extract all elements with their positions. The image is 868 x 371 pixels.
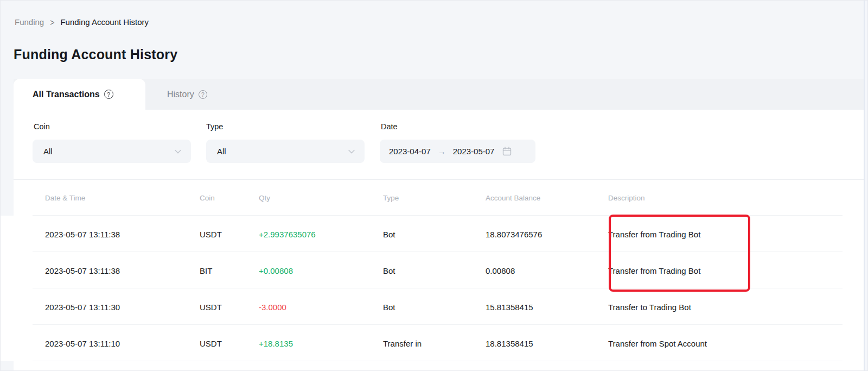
help-icon[interactable]: ? (199, 90, 207, 99)
cell-account-balance: 18.81358415 (486, 338, 533, 348)
coin-filter-select[interactable]: All (33, 140, 191, 163)
column-header-description: Description (608, 193, 645, 202)
cell-qty: -3.0000 (259, 302, 286, 311)
breadcrumb-chevron-icon: > (50, 17, 54, 27)
date-range-picker[interactable]: 2023-04-07 → 2023-05-07 (380, 140, 535, 163)
cell-description: Transfer from Trading Bot (608, 229, 700, 238)
column-header-balance: Account Balance (486, 193, 540, 202)
column-header-qty: Qty (259, 193, 270, 202)
coin-filter-value: All (43, 147, 53, 156)
cell-qty: +18.8135 (259, 338, 293, 348)
date-range-start: 2023-04-07 (389, 147, 431, 156)
tab-history[interactable]: History ? (167, 79, 207, 110)
table-row[interactable]: 2023-05-07 13:11:10 USDT +18.8135 Transf… (0, 325, 868, 361)
cell-account-balance: 18.8073476576 (486, 229, 542, 238)
tab-all-transactions[interactable]: All Transactions ? (14, 79, 145, 110)
breadcrumb: Funding > Funding Account History (15, 17, 149, 27)
table-row[interactable]: 2023-05-07 13:11:38 USDT +2.9937635076 B… (0, 216, 868, 252)
chevron-down-icon (348, 149, 355, 154)
cell-coin: USDT (200, 302, 222, 311)
breadcrumb-current-page: Funding Account History (60, 17, 149, 27)
type-filter-label: Type (206, 122, 223, 131)
cell-datetime: 2023-05-07 13:11:38 (45, 266, 120, 275)
coin-filter-label: Coin (34, 122, 50, 131)
cell-description: Transfer to Trading Bot (608, 302, 691, 311)
date-filter-label: Date (381, 122, 398, 131)
tab-strip: All Transactions ? History ? (14, 79, 864, 110)
column-header-datetime: Date & Time (45, 193, 85, 202)
calendar-icon (502, 147, 512, 156)
scrollbar-track[interactable] (864, 0, 868, 371)
cell-datetime: 2023-05-07 13:11:38 (45, 229, 120, 238)
breadcrumb-funding-link[interactable]: Funding (15, 17, 44, 27)
table-row[interactable]: 2023-05-07 13:11:30 USDT -3.0000 Bot 15.… (0, 288, 868, 325)
cell-datetime: 2023-05-07 13:11:30 (45, 302, 120, 311)
date-range-end: 2023-05-07 (453, 147, 495, 156)
cell-type: Transfer in (383, 338, 422, 348)
cell-type: Bot (383, 302, 395, 311)
cell-type: Bot (383, 229, 395, 238)
row-divider (33, 361, 843, 361)
help-icon[interactable]: ? (104, 90, 113, 99)
column-header-coin: Coin (200, 193, 215, 202)
type-filter-value: All (217, 147, 226, 156)
cell-qty: +0.00808 (259, 266, 293, 275)
cell-description: Transfer from Spot Account (608, 338, 707, 348)
page-title: Funding Account History (14, 47, 177, 62)
cell-coin: BIT (200, 266, 212, 275)
range-arrow-icon: → (438, 147, 446, 156)
tab-history-label: History (167, 90, 194, 99)
cell-datetime: 2023-05-07 13:11:10 (45, 338, 120, 348)
cell-type: Bot (383, 266, 395, 275)
table-header-row: Date & Time Coin Qty Type Account Balanc… (0, 179, 868, 216)
type-filter-select[interactable]: All (206, 140, 365, 163)
cell-coin: USDT (200, 229, 222, 238)
cell-coin: USDT (200, 338, 222, 348)
cell-qty: +2.9937635076 (259, 229, 316, 238)
cell-account-balance: 15.81358415 (486, 302, 533, 311)
cell-description: Transfer from Trading Bot (608, 266, 700, 275)
cell-account-balance: 0.00808 (486, 266, 515, 275)
tab-all-transactions-label: All Transactions (33, 90, 100, 99)
chevron-down-icon (175, 149, 181, 154)
column-header-type: Type (383, 193, 399, 202)
table-row[interactable]: 2023-05-07 13:11:38 BIT +0.00808 Bot 0.0… (0, 252, 868, 288)
